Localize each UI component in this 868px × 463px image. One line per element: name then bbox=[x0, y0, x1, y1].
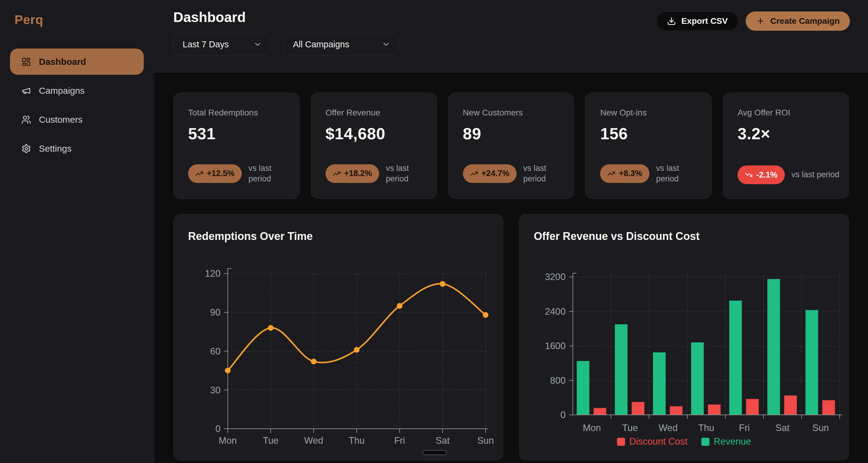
y-tick-label: 2400 bbox=[545, 306, 566, 317]
discount-cost-bar bbox=[822, 400, 835, 415]
kpi-value: 89 bbox=[463, 124, 562, 143]
revenue-bar bbox=[767, 279, 780, 415]
sidebar: Perq Dashboard Campaigns Customers Setti… bbox=[0, 0, 154, 463]
kpi-label: New Opt-ins bbox=[600, 106, 647, 118]
chevron-down-icon bbox=[381, 40, 391, 49]
sidebar-nav: Dashboard Campaigns Customers Settings bbox=[0, 40, 154, 161]
kpi-delta-badge: +18.2% bbox=[326, 164, 379, 183]
kpi-label: Total Redemptions bbox=[188, 106, 258, 118]
data-point bbox=[268, 325, 274, 331]
data-point bbox=[440, 281, 445, 287]
info-icon[interactable] bbox=[415, 106, 425, 115]
main-area: Dashboard Last 7 Days All Campaigns Expo… bbox=[154, 0, 868, 463]
y-tick-label: 0 bbox=[216, 424, 221, 434]
line-chart-card: 0306090120MonTueWedThuFriSatSun Redempti… bbox=[173, 214, 503, 461]
gear-icon bbox=[22, 144, 31, 153]
x-tick-label: Mon bbox=[583, 423, 601, 433]
trending-up-icon bbox=[470, 170, 478, 178]
create-campaign-button[interactable]: Create Campaign bbox=[746, 11, 850, 31]
info-icon[interactable] bbox=[553, 106, 562, 115]
kpi-note: vs last period bbox=[656, 163, 703, 184]
x-tick-label: Tue bbox=[263, 435, 278, 446]
chart-scrollbar-thumb[interactable] bbox=[422, 450, 447, 455]
x-tick-label: Sat bbox=[775, 423, 789, 433]
kpi-delta-badge: +24.7% bbox=[463, 164, 517, 183]
kpi-note: vs last period bbox=[792, 169, 839, 180]
y-tick-label: 0 bbox=[561, 410, 566, 420]
y-tick-label: 3200 bbox=[545, 272, 566, 282]
line-chart-title: Redemptions Over Time bbox=[188, 230, 313, 243]
sidebar-item-campaigns[interactable]: Campaigns bbox=[10, 78, 144, 104]
y-tick-label: 60 bbox=[210, 346, 220, 357]
bar-chart-svg: 0800160024003200MonTueWedThuFriSatSun bbox=[519, 214, 849, 460]
bar-chart-card: 0800160024003200MonTueWedThuFriSatSun Of… bbox=[519, 214, 849, 461]
legend-swatch bbox=[617, 438, 625, 446]
discount-cost-bar bbox=[784, 396, 797, 415]
kpi-label: Offer Revenue bbox=[326, 106, 380, 118]
bar-chart-legend: Discount CostRevenue bbox=[519, 436, 849, 447]
data-point bbox=[225, 368, 230, 373]
sidebar-item-customers[interactable]: Customers bbox=[10, 106, 144, 133]
kpi-value: $14,680 bbox=[326, 124, 425, 143]
legend-label: Discount Cost bbox=[629, 436, 687, 447]
x-tick-label: Mon bbox=[219, 435, 237, 446]
kpi-delta-badge: -2.1% bbox=[738, 165, 785, 184]
kpi-note: vs last period bbox=[386, 163, 422, 184]
info-icon[interactable] bbox=[278, 106, 287, 115]
plus-icon bbox=[756, 17, 765, 26]
trending-down-icon bbox=[745, 171, 752, 179]
discount-cost-bar bbox=[670, 406, 683, 415]
campaign-select[interactable]: All Campaigns bbox=[284, 33, 399, 56]
line-series-path bbox=[228, 284, 486, 370]
trending-up-icon bbox=[333, 170, 341, 178]
kpi-card: Offer Revenue $14,680 +18.2% vs last per… bbox=[311, 93, 437, 199]
kpi-card: Total Redemptions 531 +12.5% vs last per… bbox=[173, 93, 300, 199]
info-icon[interactable] bbox=[828, 106, 837, 115]
charts-row: 0306090120MonTueWedThuFriSatSun Redempti… bbox=[173, 214, 849, 461]
revenue-bar bbox=[691, 342, 704, 415]
x-tick-label: Thu bbox=[349, 435, 365, 446]
trending-up-icon bbox=[195, 170, 203, 178]
x-tick-label: Sun bbox=[812, 423, 829, 433]
brand-logo: Perq bbox=[14, 13, 43, 27]
x-tick-label: Sun bbox=[477, 435, 494, 446]
brand-box: Perq bbox=[0, 0, 154, 40]
x-tick-label: Sat bbox=[435, 435, 450, 446]
kpi-value: 3.2× bbox=[738, 124, 837, 143]
date-range-select[interactable]: Last 7 Days bbox=[173, 33, 270, 56]
top-actions: Export CSV Create Campaign bbox=[656, 11, 850, 31]
filter-bar: Last 7 Days All Campaigns bbox=[173, 33, 850, 56]
legend-swatch bbox=[701, 438, 710, 446]
export-csv-button[interactable]: Export CSV bbox=[656, 11, 738, 31]
legend-item-revenue[interactable]: Revenue bbox=[701, 436, 751, 447]
x-tick-label: Tue bbox=[622, 423, 638, 433]
topbar: Dashboard Last 7 Days All Campaigns Expo… bbox=[154, 0, 868, 73]
kpi-row: Total Redemptions 531 +12.5% vs last per… bbox=[173, 93, 849, 199]
discount-cost-bar bbox=[708, 404, 721, 415]
x-tick-label: Wed bbox=[658, 423, 678, 433]
discount-cost-bar bbox=[746, 399, 758, 415]
x-tick-label: Fri bbox=[739, 423, 750, 433]
x-tick-label: Wed bbox=[304, 435, 323, 446]
data-point bbox=[354, 347, 360, 353]
y-tick-label: 800 bbox=[550, 375, 566, 386]
revenue-bar bbox=[806, 310, 818, 415]
download-icon bbox=[667, 17, 676, 26]
revenue-bar bbox=[730, 301, 742, 415]
revenue-bar bbox=[615, 325, 627, 415]
y-tick-label: 120 bbox=[205, 269, 221, 279]
date-range-value: Last 7 Days bbox=[183, 39, 229, 50]
line-chart-svg: 0306090120MonTueWedThuFriSatSun bbox=[174, 214, 503, 460]
revenue-bar bbox=[653, 352, 666, 415]
data-point bbox=[397, 303, 402, 309]
sidebar-item-settings[interactable]: Settings bbox=[10, 135, 144, 161]
y-tick-label: 1600 bbox=[545, 341, 566, 351]
legend-label: Revenue bbox=[714, 436, 751, 447]
data-point bbox=[483, 312, 489, 318]
chevron-down-icon bbox=[253, 40, 262, 49]
info-icon[interactable] bbox=[690, 106, 699, 115]
sidebar-item-dashboard[interactable]: Dashboard bbox=[10, 49, 144, 75]
legend-item-discount-cost[interactable]: Discount Cost bbox=[617, 436, 687, 447]
dashboard-content: Total Redemptions 531 +12.5% vs last per… bbox=[154, 73, 868, 463]
kpi-card: New Opt-ins 156 +8.3% vs last period bbox=[585, 93, 712, 199]
